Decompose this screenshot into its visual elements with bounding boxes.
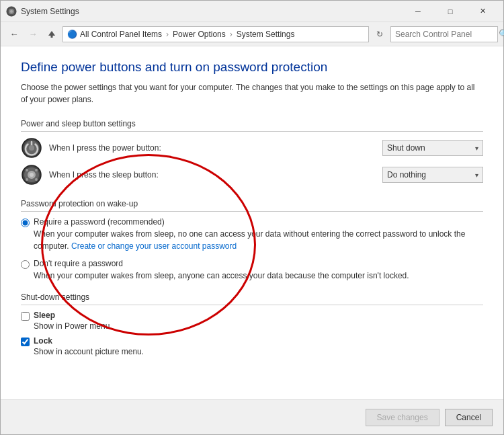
svg-point-14 <box>35 178 38 181</box>
svg-rect-3 <box>51 35 53 38</box>
power-dropdown-arrow: ▾ <box>475 145 478 152</box>
cancel-button[interactable]: Cancel <box>445 409 493 426</box>
breadcrumb-control-panel[interactable]: All Control Panel Items <box>80 30 162 39</box>
no-require-password-radio[interactable] <box>21 260 30 269</box>
require-password-desc: When your computer wakes from sleep, no … <box>34 228 483 252</box>
svg-point-13 <box>26 178 28 181</box>
up-icon <box>47 30 56 39</box>
sleep-button-value: Do nothing <box>387 170 426 180</box>
no-require-password-label: Don't require a password <box>34 259 483 268</box>
sleep-checkbox-label: Sleep <box>34 311 483 320</box>
search-icon: 🔍 <box>499 29 504 39</box>
system-settings-window: System Settings ─ □ ✕ ← → 🔵 All Control … <box>0 0 504 435</box>
close-button[interactable]: ✕ <box>467 1 498 22</box>
minimize-button[interactable]: ─ <box>403 1 433 22</box>
lock-checkbox-desc: Show in account picture menu. <box>34 347 483 356</box>
power-button-label: When I press the power button: <box>49 143 376 153</box>
search-box: 🔍 <box>390 26 498 42</box>
search-input[interactable] <box>395 30 496 39</box>
page-description: Choose the power settings that you want … <box>21 81 483 106</box>
power-button-icon <box>21 137 42 159</box>
window-title: System Settings <box>21 7 403 16</box>
window-controls: ─ □ ✕ <box>403 1 498 22</box>
sleep-button-dropdown[interactable]: Do nothing ▾ <box>382 167 483 183</box>
refresh-button[interactable]: ↻ <box>372 26 388 42</box>
no-require-password-desc: When your computer wakes from sleep, any… <box>34 270 483 282</box>
breadcrumb-power-options[interactable]: Power Options <box>173 30 226 39</box>
sleep-checkbox[interactable] <box>21 312 30 321</box>
power-sleep-section: Power and sleep button settings When I p… <box>21 119 483 186</box>
power-button-dropdown[interactable]: Shut down ▾ <box>382 140 483 156</box>
power-sleep-header: Power and sleep button settings <box>21 119 483 132</box>
breadcrumb-sep-1: › <box>166 30 169 39</box>
sleep-checkbox-desc: Show in Power menu. <box>34 321 483 331</box>
lock-checkbox-label: Lock <box>34 336 483 346</box>
require-password-radio[interactable] <box>21 219 30 227</box>
password-header: Password protection on wake-up <box>21 199 483 212</box>
sleep-button-icon <box>21 164 42 186</box>
lock-checkbox-option: Lock Show in account picture menu. <box>21 336 483 356</box>
breadcrumb-system-settings[interactable]: System Settings <box>237 30 295 39</box>
footer: Save changes Cancel <box>1 399 503 434</box>
password-section: Password protection on wake-up Require a… <box>21 196 483 282</box>
require-password-label: Require a password (recommended) <box>34 217 483 227</box>
no-require-password-option: Don't require a password When your compu… <box>21 259 483 282</box>
require-password-option: Require a password (recommended) When yo… <box>21 217 483 252</box>
lock-checkbox[interactable] <box>21 338 30 346</box>
no-require-password-content: Don't require a password When your compu… <box>34 259 483 282</box>
page-title: Define power buttons and turn on passwor… <box>21 60 483 75</box>
svg-point-10 <box>30 173 34 177</box>
back-button[interactable]: ← <box>6 26 22 42</box>
sleep-checkbox-content: Sleep Show in Power menu. <box>34 311 483 331</box>
svg-point-2 <box>10 10 13 13</box>
sleep-dropdown-arrow: ▾ <box>475 171 478 179</box>
require-password-content: Require a password (recommended) When yo… <box>34 217 483 252</box>
svg-point-6 <box>29 145 34 151</box>
window-icon <box>6 6 17 17</box>
up-button[interactable] <box>44 26 60 42</box>
title-bar: System Settings ─ □ ✕ <box>1 1 503 22</box>
address-icon: 🔵 <box>67 30 77 39</box>
breadcrumb-sep-2: › <box>230 30 233 39</box>
forward-button[interactable]: → <box>25 26 41 42</box>
shutdown-header: Shut-down settings <box>21 292 483 305</box>
nav-bar: ← → 🔵 All Control Panel Items › Power Op… <box>1 22 503 46</box>
change-password-link[interactable]: Create or change your user account passw… <box>71 241 237 251</box>
power-button-row: When I press the power button: Shut down… <box>21 137 483 159</box>
sleep-checkbox-option: Sleep Show in Power menu. <box>21 311 483 331</box>
lock-checkbox-content: Lock Show in account picture menu. <box>34 336 483 356</box>
sleep-button-label: When I press the sleep button: <box>49 170 376 180</box>
svg-point-11 <box>26 169 28 171</box>
main-content: Define power buttons and turn on passwor… <box>1 46 503 399</box>
maximize-button[interactable]: □ <box>435 1 466 22</box>
sleep-button-row: When I press the sleep button: Do nothin… <box>21 164 483 186</box>
shutdown-section: Shut-down settings Sleep Show in Power m… <box>21 292 483 356</box>
save-changes-button[interactable]: Save changes <box>366 409 439 426</box>
power-button-value: Shut down <box>387 143 425 153</box>
svg-point-12 <box>35 169 38 171</box>
address-bar: 🔵 All Control Panel Items › Power Option… <box>62 26 369 42</box>
